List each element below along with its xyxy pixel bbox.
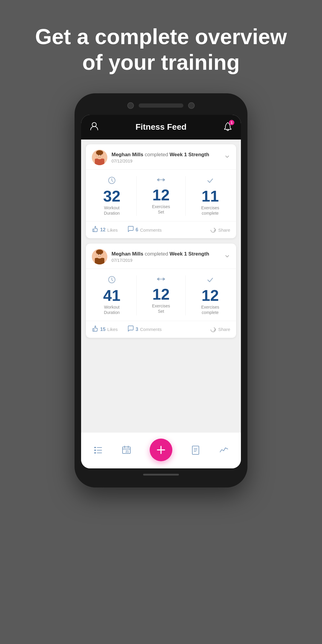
chevron-down-icon-1[interactable]	[224, 154, 230, 161]
workout-card-2: Meghan Mills completed Week 1 Strength 0…	[86, 244, 236, 338]
svg-rect-13	[163, 178, 164, 181]
share-button-1[interactable]: Share	[210, 227, 230, 233]
dumbbell-icon-2	[157, 275, 165, 285]
svg-point-22	[96, 250, 103, 254]
stat-label-duration-1: WorkoutDuration	[104, 205, 120, 216]
likes-count-1: 12	[100, 227, 106, 233]
dumbbell-icon-1	[157, 176, 165, 185]
likes-label-1: Likes	[107, 227, 118, 233]
user-name-1: Meghan Mills	[112, 152, 143, 157]
bottom-nav: 21	[81, 433, 241, 468]
svg-rect-10	[157, 179, 158, 181]
share-button-2[interactable]: Share	[210, 326, 230, 333]
svg-rect-31	[94, 450, 96, 451]
stat-value-exercises-set-1: 12	[152, 187, 170, 203]
phone-camera-2	[188, 102, 195, 109]
card-header-1: Meghan Mills completed Week 1 Strength 0…	[86, 144, 236, 170]
card-stats-1: 32 WorkoutDuration	[86, 170, 236, 221]
action-text-2: completed	[143, 251, 170, 257]
svg-rect-14	[164, 179, 165, 181]
svg-rect-29	[94, 447, 96, 448]
card-date-2: 07/17/2019	[112, 258, 209, 263]
workout-card-1: Meghan Mills completed Week 1 Strength 0…	[86, 144, 236, 238]
comment-button-2[interactable]: 3 Comments	[127, 325, 162, 334]
phone-top-bar	[81, 102, 241, 109]
thumbs-up-icon-1	[92, 226, 98, 234]
svg-rect-25	[158, 278, 159, 281]
share-label-2: Share	[218, 327, 230, 332]
stat-label-exercises-complete-2: Exercisescomplete	[201, 304, 219, 315]
card-user-info-2: Meghan Mills completed Week 1 Strength 0…	[112, 251, 209, 263]
comment-icon-1	[127, 226, 134, 234]
action-text-1: completed	[143, 152, 170, 157]
feed-empty-space	[86, 343, 236, 433]
svg-text:21: 21	[126, 450, 129, 453]
thumbs-up-icon-2	[92, 325, 98, 334]
svg-rect-34	[97, 453, 102, 453]
svg-rect-30	[97, 447, 102, 448]
stat-value-exercises-complete-1: 11	[202, 188, 219, 204]
stat-value-exercises-set-2: 12	[152, 287, 170, 302]
nav-calendar-icon[interactable]: 21	[121, 445, 131, 455]
svg-rect-27	[163, 278, 164, 281]
nav-notes-icon[interactable]	[191, 445, 201, 455]
hero-title: Get a complete overview of your training	[0, 0, 322, 93]
chevron-down-icon-2[interactable]	[224, 253, 230, 261]
stat-duration-2: 41 WorkoutDuration	[89, 275, 135, 315]
stat-value-exercises-complete-2: 12	[202, 288, 219, 303]
likes-label-2: Likes	[107, 327, 118, 332]
app-title: Fitness Feed	[135, 122, 186, 132]
stat-exercises-complete-1: 11 Exercisescomplete	[187, 176, 233, 216]
svg-rect-24	[157, 278, 158, 280]
svg-rect-11	[158, 178, 159, 181]
svg-rect-18	[95, 258, 104, 264]
comments-label-2: Comments	[140, 327, 162, 332]
card-stats-2: 41 WorkoutDuration	[86, 269, 236, 321]
phone-frame: Fitness Feed 1	[75, 93, 247, 487]
user-name-2: Meghan Mills	[112, 251, 143, 257]
nav-chart-icon[interactable]	[219, 445, 229, 455]
stat-value-duration-1: 32	[103, 188, 120, 204]
stat-exercises-set-2: 12 ExercisesSet	[138, 275, 184, 315]
stat-label-exercises-complete-1: Exercisescomplete	[201, 205, 219, 216]
stat-duration-1: 32 WorkoutDuration	[89, 176, 135, 216]
check-icon-1	[206, 176, 214, 187]
phone-speaker	[139, 103, 183, 108]
workout-name-2: Week 1 Strength	[170, 251, 209, 257]
svg-rect-33	[94, 452, 96, 453]
fab-add-button[interactable]	[150, 439, 172, 461]
comment-icon-2	[127, 325, 134, 334]
svg-rect-42	[192, 446, 199, 454]
like-button-2[interactable]: 15 Likes	[92, 325, 118, 334]
svg-rect-12	[159, 179, 163, 180]
phone-screen: Fitness Feed 1	[81, 115, 241, 468]
card-date-1: 07/12/2019	[112, 159, 209, 163]
card-user-info-1: Meghan Mills completed Week 1 Strength 0…	[112, 151, 209, 163]
share-label-1: Share	[218, 227, 230, 233]
notification-button[interactable]: 1	[223, 122, 233, 132]
card-actions-1: 12 Likes 6 Comments	[86, 221, 236, 238]
phone-home-bar	[143, 474, 179, 476]
comment-button-1[interactable]: 6 Comments	[127, 226, 162, 234]
comments-count-1: 6	[136, 227, 138, 233]
svg-rect-32	[97, 450, 102, 451]
svg-point-8	[96, 150, 103, 155]
clock-icon-2	[108, 275, 116, 286]
avatar-1	[92, 150, 107, 165]
svg-rect-28	[164, 278, 165, 280]
card-actions-2: 15 Likes 3 Comments	[86, 321, 236, 338]
profile-icon[interactable]	[89, 121, 99, 133]
clock-icon-1	[108, 176, 116, 187]
app-header: Fitness Feed 1	[81, 115, 241, 140]
stat-exercises-set-1: 12 ExercisesSet	[138, 176, 184, 216]
nav-list-icon[interactable]	[93, 445, 103, 455]
notification-badge: 1	[229, 120, 234, 125]
avatar-2	[92, 249, 107, 264]
workout-name-1: Week 1 Strength	[170, 152, 209, 157]
stat-label-duration-2: WorkoutDuration	[104, 304, 120, 315]
phone-camera	[127, 102, 134, 109]
svg-rect-4	[95, 159, 104, 165]
comments-count-2: 3	[136, 327, 138, 332]
like-button-1[interactable]: 12 Likes	[92, 226, 118, 234]
feed-content: Meghan Mills completed Week 1 Strength 0…	[81, 140, 241, 433]
